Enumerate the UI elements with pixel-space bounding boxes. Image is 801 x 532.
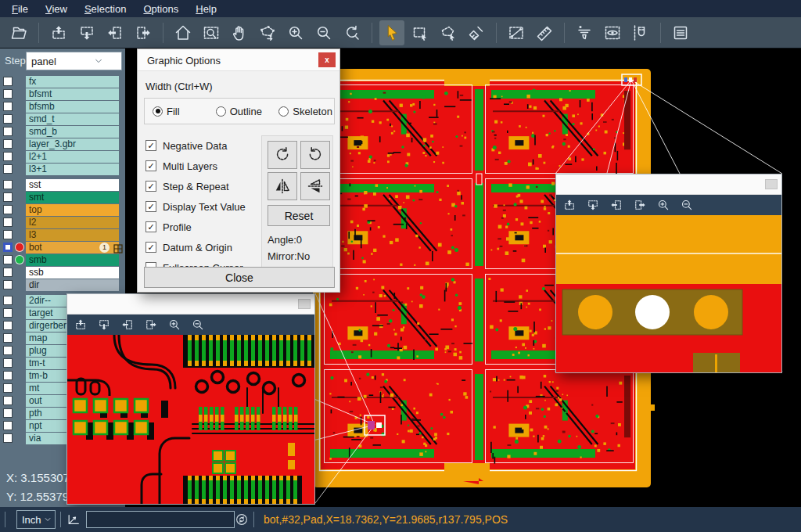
menu-file[interactable]: File: [3, 2, 37, 16]
close-button[interactable]: Close: [144, 267, 335, 288]
layer-label[interactable]: layer_3.gbr: [26, 138, 119, 150]
layer-checkbox[interactable]: [3, 139, 13, 149]
radio-outline[interactable]: Outline: [216, 106, 271, 117]
layer-label[interactable]: l3: [26, 229, 119, 241]
layer-label[interactable]: top: [26, 204, 119, 216]
checkbox-negative-data[interactable]: ✓Negative Data: [145, 135, 246, 156]
step-select[interactable]: panel: [26, 52, 122, 70]
layer-checkbox[interactable]: [3, 152, 13, 161]
layer-checkbox[interactable]: [3, 164, 13, 174]
layer-label[interactable]: bfsmb: [26, 101, 119, 113]
zoom-out-button[interactable]: [191, 318, 205, 332]
layer-row-l2[interactable]: l2: [0, 217, 125, 228]
layer-checkbox[interactable]: [3, 192, 13, 202]
clear-highlight-button[interactable]: [464, 20, 489, 45]
snap-button[interactable]: [628, 20, 653, 45]
pan-tool-button[interactable]: [227, 20, 252, 45]
layer-row-l2+1[interactable]: l2+1: [0, 151, 125, 163]
pan-left-button[interactable]: [102, 20, 128, 45]
layer-checkbox[interactable]: [3, 217, 13, 227]
checkbox-box[interactable]: ✓: [145, 160, 156, 171]
close-icon[interactable]: x: [318, 52, 336, 67]
dialog-titlebar[interactable]: Graphic Options x: [138, 49, 339, 71]
pan-right-button[interactable]: [633, 198, 647, 212]
zoom-out-button[interactable]: [680, 198, 694, 212]
layer-row-top[interactable]: top: [0, 204, 125, 216]
pan-left-button[interactable]: [120, 318, 135, 332]
layer-checkbox[interactable]: [3, 371, 13, 380]
layer-row-dir[interactable]: dir: [0, 279, 125, 291]
zoom-out-button[interactable]: [311, 20, 336, 45]
layer-checkbox[interactable]: [3, 230, 13, 239]
layer-checkbox[interactable]: [3, 205, 13, 214]
layer-label[interactable]: smt: [26, 192, 119, 203]
pan-up-button[interactable]: [74, 318, 88, 332]
zoom-previous-button[interactable]: [339, 20, 365, 45]
pan-down-button[interactable]: [74, 20, 99, 45]
zoom-window-bottom-left[interactable]: [66, 293, 315, 505]
refresh-icon[interactable]: [235, 512, 249, 527]
pan-down-button[interactable]: [586, 198, 600, 212]
flip-horizontal-button[interactable]: [268, 172, 297, 200]
layer-grid-icon[interactable]: [113, 243, 123, 252]
pan-up-button[interactable]: [562, 198, 577, 212]
layer-label[interactable]: bfsmt: [26, 88, 119, 100]
layer-row-smb[interactable]: smb: [0, 254, 125, 266]
zoom-window-titlebar[interactable]: [67, 294, 314, 315]
layer-checkbox[interactable]: [3, 268, 13, 277]
layer-row-fx[interactable]: fx: [0, 76, 125, 88]
zoom-in-button[interactable]: [167, 318, 181, 332]
layer-checkbox[interactable]: [3, 180, 13, 189]
layer-checkbox[interactable]: [3, 358, 13, 368]
layer-label[interactable]: fx: [26, 76, 119, 88]
layer-checkbox[interactable]: [3, 421, 13, 430]
checkbox-box[interactable]: ✓: [145, 221, 156, 232]
zoom-window-button[interactable]: [199, 20, 224, 45]
layer-label[interactable]: ssb: [26, 267, 119, 279]
layer-row-bot[interactable]: bot1: [0, 242, 125, 253]
menu-view[interactable]: View: [37, 2, 76, 16]
checkbox-box[interactable]: ✓: [145, 181, 156, 192]
flip-vertical-button[interactable]: [300, 172, 330, 200]
layer-checkbox[interactable]: [3, 321, 13, 330]
layer-row-bfsmt[interactable]: bfsmt: [0, 88, 125, 100]
layer-row-smt[interactable]: smt: [0, 192, 125, 203]
layers-panel-button[interactable]: [668, 20, 693, 45]
layer-checkbox[interactable]: [3, 383, 13, 393]
layer-checkbox[interactable]: [3, 114, 13, 124]
rotate-cw-button[interactable]: [268, 141, 297, 169]
checkbox-profile[interactable]: ✓Profile: [145, 217, 246, 237]
unit-select[interactable]: Inch: [16, 510, 56, 529]
checkbox-datum-origin[interactable]: ✓Datum & Origin: [145, 237, 246, 257]
pan-left-button[interactable]: [609, 198, 623, 212]
layer-checkbox[interactable]: [3, 255, 13, 264]
layer-label[interactable]: smd_t: [26, 113, 119, 125]
zoom-home-button[interactable]: [171, 20, 196, 45]
menu-help[interactable]: Help: [187, 2, 225, 16]
checkbox-display-text-value[interactable]: ✓Display Text Value: [145, 196, 246, 217]
layer-checkbox[interactable]: [3, 396, 13, 405]
menu-selection[interactable]: Selection: [76, 2, 135, 16]
zoom-in-button[interactable]: [656, 198, 670, 212]
checkbox-box[interactable]: ✓: [145, 201, 156, 212]
layer-checkbox[interactable]: [3, 102, 13, 111]
pan-right-button[interactable]: [144, 318, 158, 332]
select-poly-button[interactable]: [436, 20, 461, 45]
layer-label[interactable]: l2: [26, 217, 119, 228]
layer-checkbox[interactable]: [3, 296, 13, 305]
zoom-window-titlebar[interactable]: [556, 174, 781, 195]
layer-label[interactable]: l2+1: [26, 151, 119, 163]
layer-row-sst[interactable]: sst: [0, 179, 125, 191]
layer-row-layer_3.gbr[interactable]: layer_3.gbr: [0, 138, 125, 150]
layer-checkbox[interactable]: [3, 89, 13, 99]
pan-right-button[interactable]: [131, 20, 156, 45]
layer-row-l3[interactable]: l3: [0, 229, 125, 241]
layer-checkbox[interactable]: [3, 308, 13, 318]
measure-ruler-button[interactable]: [532, 20, 557, 45]
object-visibility-button[interactable]: [600, 20, 625, 45]
checkbox-box[interactable]: ✓: [145, 140, 156, 151]
layer-checkbox[interactable]: [3, 333, 13, 343]
zoom-in-button[interactable]: [283, 20, 308, 45]
angle-mode-icon[interactable]: [66, 512, 81, 527]
layer-checkbox[interactable]: [3, 280, 13, 289]
